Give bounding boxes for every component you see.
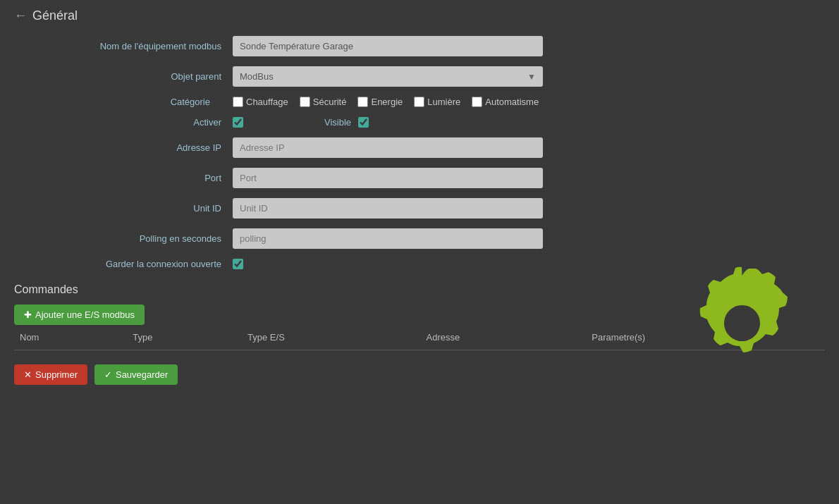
commandes-title: Commandes (14, 283, 825, 296)
port-input[interactable] (233, 168, 543, 188)
category-lumiere-checkbox[interactable] (414, 97, 424, 107)
table-header-row: Nom Type Type E/S Adresse Parametre(s) (14, 325, 825, 350)
category-chauffage: Chauffage (233, 97, 288, 107)
minus-icon: ✕ (24, 369, 32, 380)
equipment-name-input[interactable] (233, 36, 543, 56)
back-icon[interactable]: ← (14, 8, 27, 23)
activer-visible-row: Activer Visible (14, 117, 825, 128)
page-title: Général (32, 8, 78, 23)
activer-section: Activer (14, 117, 282, 128)
activer-label: Activer (14, 117, 233, 128)
adresse-ip-label: Adresse IP (14, 142, 233, 153)
polling-input[interactable] (233, 228, 543, 249)
visible-section: Visible (324, 117, 369, 128)
category-label-cell: Catégorie (14, 97, 233, 107)
commandes-section: Commandes ✚ Ajouter une E/S modbus Nom T… (14, 283, 825, 350)
category-securite: Sécurité (300, 97, 347, 107)
polling-group: Polling en secondes (14, 228, 825, 249)
category-energie-label: Energie (371, 97, 403, 107)
parent-object-group: Objet parent ModBus ▼ (14, 66, 825, 87)
adresse-ip-group: Adresse IP (14, 137, 825, 158)
unit-id-group: Unit ID (14, 198, 825, 219)
category-row: Catégorie Chauffage Sécurité Energie Lum… (14, 97, 825, 107)
category-securite-label: Sécurité (313, 97, 347, 107)
page-wrapper: ← Général Nom de l'équipement modbus Obj… (0, 0, 839, 399)
save-label: Sauvegarder (116, 369, 168, 380)
unit-id-input[interactable] (233, 198, 543, 219)
category-energie-checkbox[interactable] (357, 97, 368, 107)
polling-label: Polling en secondes (14, 233, 233, 244)
category-checkboxes: Chauffage Sécurité Energie Lumière Autom… (233, 97, 546, 107)
parent-object-label: Objet parent (14, 71, 233, 82)
category-lumiere-label: Lumière (427, 97, 460, 107)
delete-button[interactable]: ✕ Supprimer (14, 364, 87, 385)
port-group: Port (14, 168, 825, 188)
activer-checkbox[interactable] (233, 117, 243, 128)
parent-object-select-wrapper: ModBus ▼ (233, 66, 543, 87)
col-type: Type (127, 325, 242, 350)
plus-icon: ✚ (24, 309, 32, 320)
col-adresse: Adresse (421, 325, 587, 350)
category-energie: Energie (357, 97, 403, 107)
category-chauffage-checkbox[interactable] (233, 97, 243, 107)
category-label: Catégorie (171, 97, 221, 107)
category-chauffage-label: Chauffage (246, 97, 288, 107)
check-icon: ✓ (104, 369, 112, 380)
keep-connection-checkbox[interactable] (233, 259, 243, 269)
section-title: ← Général (14, 8, 825, 23)
category-automatisme-label: Automatisme (485, 97, 539, 107)
equipment-name-label: Nom de l'équipement modbus (14, 41, 233, 51)
category-automatisme: Automatisme (472, 97, 539, 107)
port-label: Port (14, 173, 233, 183)
add-es-modbus-button[interactable]: ✚ Ajouter une E/S modbus (14, 305, 145, 325)
bottom-buttons: ✕ Supprimer ✓ Sauvegarder (14, 364, 825, 385)
keep-connection-label: Garder la connexion ouverte (14, 259, 233, 269)
keep-connection-group: Garder la connexion ouverte (14, 259, 825, 269)
visible-checkbox[interactable] (358, 117, 369, 128)
category-securite-checkbox[interactable] (300, 97, 310, 107)
parent-object-select[interactable]: ModBus (233, 66, 543, 87)
save-button[interactable]: ✓ Sauvegarder (94, 364, 178, 385)
commands-table: Nom Type Type E/S Adresse Parametre(s) (14, 325, 825, 350)
col-type-es: Type E/S (242, 325, 420, 350)
delete-label: Supprimer (35, 369, 78, 380)
add-es-modbus-label: Ajouter une E/S modbus (35, 309, 135, 320)
visible-label: Visible (324, 117, 351, 128)
equipment-name-group: Nom de l'équipement modbus (14, 36, 825, 56)
adresse-ip-input[interactable] (233, 137, 543, 158)
category-lumiere: Lumière (414, 97, 460, 107)
unit-id-label: Unit ID (14, 203, 233, 214)
col-parametres: Parametre(s) (586, 325, 825, 350)
category-automatisme-checkbox[interactable] (472, 97, 482, 107)
col-nom: Nom (14, 325, 127, 350)
